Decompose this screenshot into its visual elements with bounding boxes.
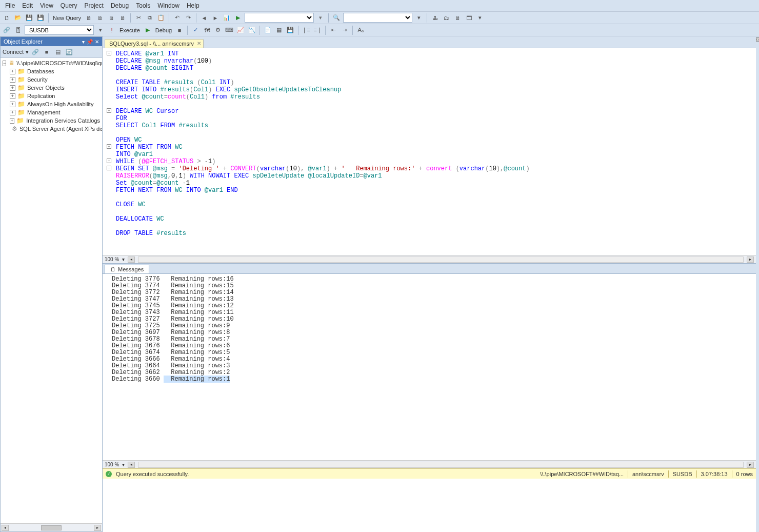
expand-icon[interactable]: + — [10, 110, 15, 115]
stop-icon[interactable]: ■ — [42, 47, 51, 56]
results-to-grid-icon[interactable]: ▦ — [274, 26, 284, 35]
tree-node-alwayson[interactable]: + 📁 AlwaysOn High Availability — [1, 100, 102, 108]
zoom-value[interactable]: 100 % — [105, 462, 119, 467]
close-tab-icon[interactable]: ✕ — [197, 41, 201, 46]
specify-values-icon[interactable]: Aₐ — [356, 26, 365, 35]
tree-node-sqlagent[interactable]: ⚙ SQL Server Agent (Agent XPs disabl — [1, 125, 102, 133]
split-view-icon[interactable]: ⧈ — [756, 37, 760, 42]
zoom-dropdown-icon[interactable]: ▾ — [122, 257, 125, 262]
fold-icon[interactable]: − — [107, 159, 111, 163]
fold-icon[interactable]: − — [107, 166, 111, 170]
connect-button[interactable]: Connect — [3, 49, 24, 55]
expand-icon[interactable]: + — [10, 118, 14, 124]
tree-node-management[interactable]: + 📁 Management — [1, 108, 102, 116]
registered-servers-icon[interactable]: 🖧 — [430, 13, 440, 23]
activity-icon[interactable]: 📊 — [222, 13, 231, 23]
expand-icon[interactable]: + — [10, 93, 15, 99]
expand-icon[interactable]: + — [10, 85, 15, 91]
tree-node-server-objects[interactable]: + 📁 Server Objects — [1, 84, 102, 92]
oe-hscrollbar[interactable]: ◂ ▸ — [1, 523, 102, 531]
menu-tools[interactable]: Tools — [133, 1, 153, 10]
paste-icon[interactable]: 📋 — [156, 13, 166, 23]
results-hscroll[interactable] — [138, 462, 744, 468]
copy-icon[interactable]: ⧉ — [145, 13, 154, 23]
right-splitter[interactable]: ⧈ — [756, 36, 759, 532]
new-project-icon[interactable]: 🗋 — [2, 13, 11, 23]
comment-icon[interactable]: ❘≡ — [302, 26, 311, 35]
toolbox-icon[interactable]: ▾ — [475, 13, 485, 23]
find-dropdown[interactable] — [343, 13, 412, 23]
window-position-icon[interactable]: ▾ — [82, 39, 85, 45]
disconnect-icon[interactable]: 🔗 — [31, 47, 40, 56]
decrease-indent-icon[interactable]: ⇤ — [329, 26, 338, 35]
change-connection-icon[interactable]: 🔗 — [2, 26, 11, 35]
debug-button[interactable]: Debug — [154, 27, 173, 33]
tree-node-databases[interactable]: + 📁 Databases — [1, 67, 102, 75]
expand-icon[interactable]: + — [10, 77, 15, 83]
open-file-icon[interactable]: 📂 — [13, 13, 23, 23]
zoom-dropdown-icon[interactable]: ▾ — [122, 462, 125, 467]
collapse-icon[interactable]: − — [3, 61, 6, 66]
fold-icon[interactable]: − — [107, 51, 111, 55]
autohide-icon[interactable]: 📌 — [87, 39, 93, 45]
sql-code[interactable]: −DECLARE @var1 INT DECLARE @msg nvarchar… — [103, 48, 756, 239]
menu-view[interactable]: View — [37, 1, 56, 10]
menu-help[interactable]: Help — [184, 1, 203, 10]
refresh-icon[interactable]: 🔄 — [65, 47, 74, 56]
db-engine-query-icon[interactable]: 🗎 — [84, 13, 93, 23]
execute-button[interactable]: Execute — [118, 27, 141, 33]
increase-indent-icon[interactable]: ⇥ — [340, 26, 349, 35]
find-icon[interactable]: 🔍 — [332, 13, 341, 23]
properties-icon[interactable]: 🗔 — [464, 13, 473, 23]
zoom-value[interactable]: 100 % — [105, 257, 119, 262]
scroll-right-icon[interactable]: ▸ — [94, 525, 101, 531]
template-explorer-icon[interactable]: 🗎 — [453, 13, 462, 23]
config-manager-icon[interactable]: ▾ — [316, 13, 325, 23]
start-icon[interactable]: ▶ — [233, 13, 243, 23]
cancel-query-icon[interactable]: ! — [107, 26, 116, 35]
parse-icon[interactable]: ✓ — [191, 26, 200, 35]
intellisense-icon[interactable]: ⌨ — [225, 26, 234, 35]
object-explorer-icon[interactable]: 🗂 — [442, 13, 451, 23]
close-panel-icon[interactable]: ✕ — [95, 39, 99, 45]
cut-icon[interactable]: ✂ — [134, 13, 143, 23]
include-stats-icon[interactable]: 📉 — [247, 26, 256, 35]
tree-node-security[interactable]: + 📁 Security — [1, 75, 102, 84]
menu-project[interactable]: Project — [82, 1, 107, 10]
scroll-right-icon[interactable]: ▸ — [747, 257, 754, 263]
stop-debug-icon[interactable]: ■ — [175, 26, 184, 35]
scroll-left-icon[interactable]: ◂ — [2, 525, 9, 531]
redo-icon[interactable]: ↷ — [184, 13, 193, 23]
menu-debug[interactable]: Debug — [108, 1, 132, 10]
messages-tab[interactable]: 🗒 Messages — [105, 265, 149, 273]
save-icon[interactable]: 💾 — [25, 13, 34, 23]
nav-fwd-icon[interactable]: ► — [211, 13, 220, 23]
available-db-icon[interactable]: 🗄 — [13, 26, 23, 35]
expand-icon[interactable]: + — [10, 69, 15, 74]
scroll-right-icon[interactable]: ▸ — [747, 462, 754, 468]
object-explorer-tree[interactable]: − 🖥 \\.\pipe\MICROSOFT##WID\tsql\query +… — [1, 58, 102, 523]
messages-output[interactable]: Deleting 3776 Remaining rows:16Deleting … — [103, 274, 756, 460]
filter-icon[interactable]: ▤ — [53, 47, 63, 56]
dropdown-arrow-icon[interactable]: ▾ — [96, 26, 105, 35]
nav-back-icon[interactable]: ◄ — [199, 13, 209, 23]
query-options-icon[interactable]: ⚙ — [213, 26, 223, 35]
menu-window[interactable]: Window — [154, 1, 183, 10]
tree-node-integration[interactable]: + 📁 Integration Services Catalogs — [1, 116, 102, 125]
fold-icon[interactable]: − — [107, 144, 111, 149]
query-editor[interactable]: −DECLARE @var1 INT DECLARE @msg nvarchar… — [103, 48, 756, 263]
include-plan-icon[interactable]: 📈 — [236, 26, 245, 35]
scroll-left-icon[interactable]: ◂ — [128, 462, 135, 468]
editor-hscroll[interactable] — [138, 257, 744, 263]
debug-play-icon[interactable]: ▶ — [143, 26, 152, 35]
undo-icon[interactable]: ↶ — [172, 13, 182, 23]
menu-query[interactable]: Query — [57, 1, 81, 10]
save-all-icon[interactable]: 💾 — [36, 13, 45, 23]
solution-config-dropdown[interactable] — [245, 13, 314, 23]
analysis-query-icon[interactable]: 🗎 — [95, 13, 105, 23]
fold-icon[interactable]: − — [107, 108, 111, 113]
find-next-icon[interactable]: ▾ — [414, 13, 424, 23]
connect-dropdown-icon[interactable]: ▾ — [26, 49, 29, 55]
database-dropdown[interactable]: SUSDB — [25, 25, 94, 35]
results-to-text-icon[interactable]: 📄 — [263, 26, 272, 35]
